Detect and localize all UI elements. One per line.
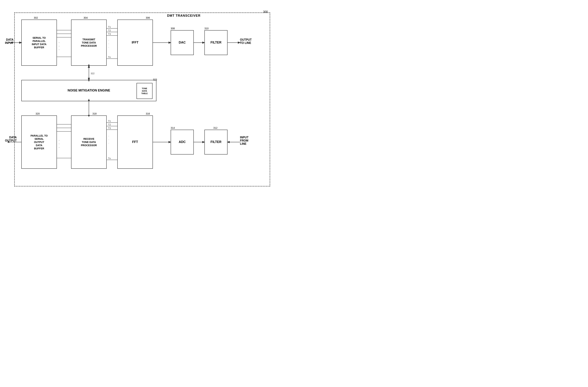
ref-308: 308 (171, 27, 175, 30)
adc-block: ADC (171, 130, 194, 155)
adc-label: ADC (179, 140, 186, 144)
receive-tone-block: RECEIVE TONE DATA PROCESSOR (71, 116, 107, 169)
transmit-tone-label: TRANSMIT TONE DATA PROCESSOR (81, 38, 97, 48)
ref-323: 323 (153, 78, 157, 81)
ref-318: 318 (92, 112, 97, 115)
filter-top-block: FILTER (204, 30, 228, 55)
fft-block: FFT (117, 116, 153, 169)
dac-label: DAC (179, 40, 186, 45)
ref-314: 314 (171, 126, 175, 129)
serial-to-parallel-label: SERIAL TO PARALLEL INPUT DATA BUFFER (32, 36, 47, 49)
tone-data-table-label: TONE DATA TABLE (141, 87, 148, 95)
ref-310: 310 (204, 27, 209, 30)
noise-mitigation-block: NOISE MITIGATION ENGINE TONE DATA TABLE (21, 80, 156, 101)
tone-data-table-block: TONE DATA TABLE (137, 83, 152, 99)
ifft-label: IFFT (132, 40, 138, 45)
ifft-block: IFFT (117, 19, 153, 66)
ref-306: 306 (146, 16, 150, 19)
dmt-transceiver-label: DMT TRANSCEIVER (167, 14, 201, 18)
diagram-container: 300 DMT TRANSCEIVER SERIAL TO PARALLEL I… (3, 5, 292, 190)
input-from-line-label: INPUTFROMLINE (240, 136, 249, 145)
filter-bottom-label: FILTER (210, 140, 221, 144)
ref-312: 312 (213, 126, 217, 129)
parallel-to-serial-label: PARALLEL TO SERIAL OUTPUT DATA BUFFER (31, 134, 48, 150)
serial-to-parallel-block: SERIAL TO PARALLEL INPUT DATA BUFFER (21, 19, 57, 66)
noise-mitigation-label: NOISE MITIGATION ENGINE (67, 88, 110, 93)
ref-304: 304 (84, 16, 88, 19)
ref-302: 302 (34, 16, 38, 19)
fft-label: FFT (132, 140, 138, 144)
filter-top-label: FILTER (210, 40, 221, 45)
data-input-label: DATAINPUT (5, 38, 14, 45)
data-output-label: DATAOUTPUT (5, 136, 17, 142)
receive-tone-label: RECEIVE TONE DATA PROCESSOR (81, 137, 97, 147)
output-to-line-label: OUTPUTTO LINE (240, 38, 252, 45)
parallel-to-serial-block: PARALLEL TO SERIAL OUTPUT DATA BUFFER (21, 116, 57, 169)
ref-300-label: 300 (263, 10, 268, 14)
filter-bottom-block: FILTER (204, 130, 228, 155)
transmit-tone-block: TRANSMIT TONE DATA PROCESSOR (71, 19, 107, 66)
dac-block: DAC (171, 30, 194, 55)
ref-320: 320 (36, 112, 40, 115)
ref-316: 316 (146, 112, 150, 115)
